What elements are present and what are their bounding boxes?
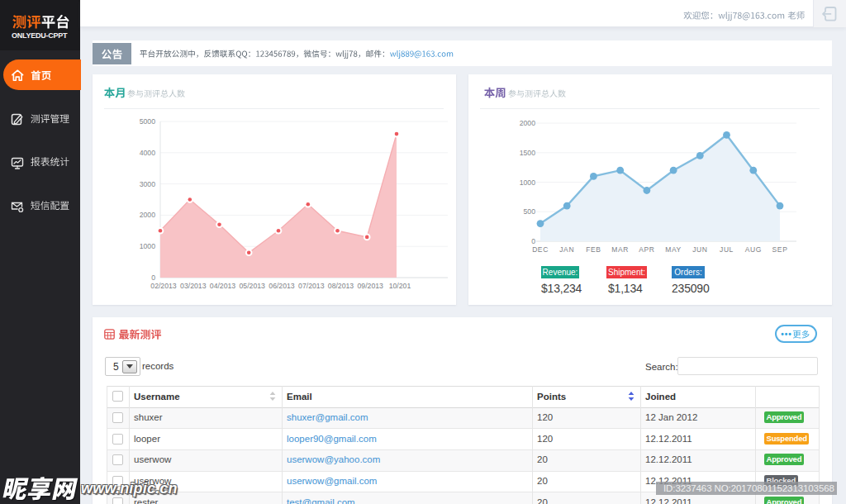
- svg-text:10/201: 10/201: [389, 282, 411, 290]
- svg-text:FEB: FEB: [586, 245, 601, 254]
- svg-text:2000: 2000: [520, 119, 535, 127]
- svg-text:06/2013: 06/2013: [269, 282, 295, 290]
- svg-text:2000: 2000: [140, 211, 155, 219]
- svg-text:MAR: MAR: [611, 245, 629, 254]
- svg-text:APR: APR: [639, 245, 654, 254]
- svg-text:09/2013: 09/2013: [357, 282, 383, 290]
- svg-text:500: 500: [524, 207, 536, 216]
- svg-text:0: 0: [531, 237, 535, 245]
- svg-text:JUL: JUL: [720, 245, 734, 254]
- svg-text:0: 0: [151, 273, 155, 282]
- svg-text:MAY: MAY: [665, 245, 682, 254]
- svg-text:04/2013: 04/2013: [210, 282, 236, 290]
- svg-text:08/2013: 08/2013: [328, 282, 354, 290]
- svg-text:JUN: JUN: [692, 245, 707, 254]
- svg-text:05/2013: 05/2013: [239, 282, 265, 290]
- svg-text:JAN: JAN: [559, 245, 574, 254]
- svg-text:3000: 3000: [140, 180, 155, 188]
- svg-text:03/2013: 03/2013: [180, 282, 207, 290]
- svg-text:07/2013: 07/2013: [298, 282, 325, 290]
- svg-text:02/2013: 02/2013: [150, 282, 177, 290]
- svg-text:1000: 1000: [520, 178, 535, 187]
- svg-text:DEC: DEC: [532, 245, 549, 254]
- svg-text:5000: 5000: [140, 117, 155, 126]
- svg-text:SEP: SEP: [772, 245, 788, 254]
- svg-text:1500: 1500: [520, 149, 535, 157]
- svg-text:AUG: AUG: [745, 245, 762, 254]
- svg-text:4000: 4000: [140, 149, 155, 157]
- svg-text:1000: 1000: [140, 242, 155, 250]
